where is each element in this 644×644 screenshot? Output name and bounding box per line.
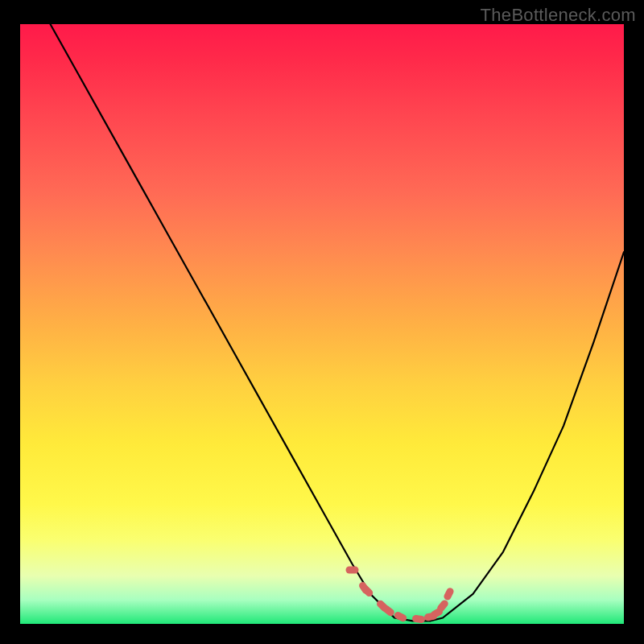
trough-marker-dot — [443, 587, 455, 601]
chart-svg — [20, 24, 624, 624]
chart-plot-area — [20, 24, 624, 624]
bottleneck-curve-line — [51, 24, 625, 621]
trough-marker-dot — [393, 611, 407, 623]
trough-marker-dot — [346, 567, 359, 574]
trough-marker-dot — [411, 614, 425, 623]
attribution-text: TheBottleneck.com — [481, 5, 636, 26]
optimal-range-marker — [346, 567, 456, 624]
